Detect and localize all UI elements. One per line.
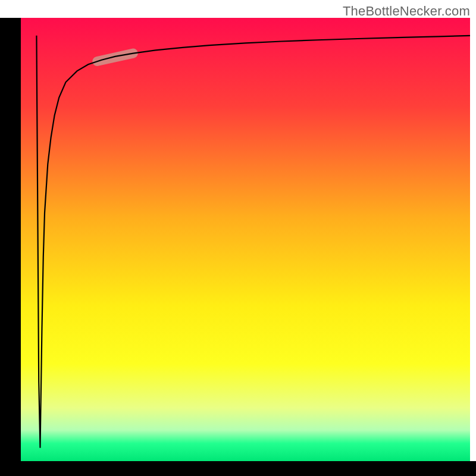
watermark-text: TheBottleNecker.com [343, 4, 470, 19]
y-axis [0, 18, 21, 461]
x-axis [0, 461, 476, 476]
bottleneck-chart [0, 0, 476, 476]
plot-background [21, 18, 470, 461]
chart-container: TheBottleNecker.com [0, 0, 476, 476]
